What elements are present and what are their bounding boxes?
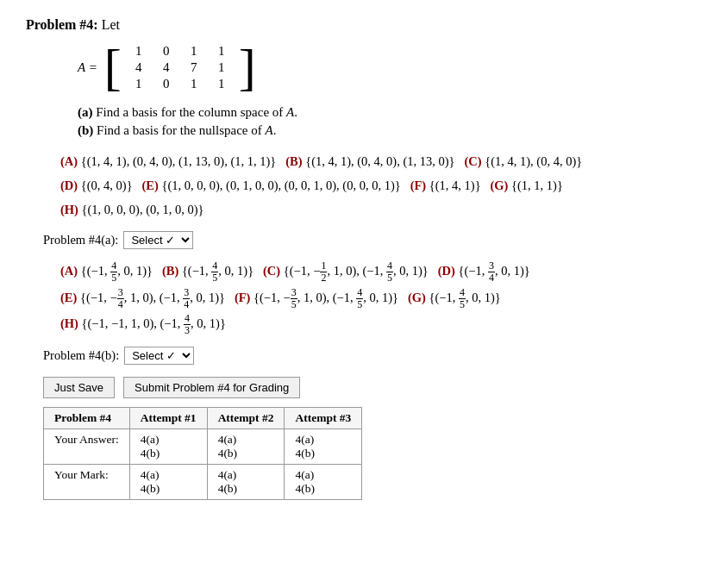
part-b-select-row: Problem #4(b): Select ✓ A B C D E F G H [43,347,700,365]
part-a-instruction: (a) Find a basis for the column space of… [78,105,700,120]
buttons-row: Just Save Submit Problem #4 for Grading [43,377,700,398]
part-a-line1: (A) {(1, 4, 1), (0, 4, 0), (1, 13, 0), (… [60,150,700,172]
your-mark-label: Your Mark: [44,465,130,500]
col-problem: Problem #4 [44,408,130,429]
your-answer-label: Your Answer: [44,429,130,465]
part-a-line3: (H) {(1, 0, 0, 0), (0, 1, 0, 0)} [60,198,700,221]
part-a-select-row: Problem #4(a): Select ✓ A B C D E F G H [43,231,700,249]
parts-section: (a) Find a basis for the column space of… [78,105,700,138]
matrix-container: A = [ 1011 4471 1011 ] [78,41,700,93]
part-b-line3: (H) {(−1, −1, 1, 0), (−1, 43, 0, 1)} [60,312,700,336]
col-attempt3: Attempt #3 [285,408,362,429]
col-attempt1: Attempt #1 [129,408,207,429]
part-a-line2: (D) {(0, 4, 0)} (E) {(1, 0, 0, 0), (0, 1… [60,174,700,197]
matrix-grid: 1011 4471 1011 [122,42,239,93]
just-save-button[interactable]: Just Save [43,377,115,398]
attempts-table: Problem #4 Attempt #1 Attempt #2 Attempt… [43,407,362,500]
part-b-instruction: (b) Find a basis for the nullspace of A. [78,123,700,138]
part-b-line1: (A) {(−1, 45, 0, 1)} (B) {(−1, 45, 0, 1)… [60,260,700,284]
problem-title: Problem #4: Let [26,17,700,33]
table-row: Your Answer: 4(a)4(b) 4(a)4(b) 4(a)4(b) [44,429,362,465]
attempt3-answer: 4(a)4(b) [285,429,362,465]
part-b-label: Problem #4(b): [43,348,119,363]
attempt1-answer: 4(a)4(b) [129,429,207,465]
submit-button[interactable]: Submit Problem #4 for Grading [123,377,300,398]
part-a-label: Problem #4(a): [43,233,118,247]
bracket-right-icon: ] [239,41,256,93]
part-a-choices: (A) {(1, 4, 1), (0, 4, 0), (1, 13, 0), (… [60,150,700,221]
attempt2-mark: 4(a)4(b) [207,465,285,500]
attempt2-answer: 4(a)4(b) [207,429,285,465]
attempt3-mark: 4(a)4(b) [285,465,362,500]
part-b-select[interactable]: Select ✓ A B C D E F G H [124,347,194,365]
table-header-row: Problem #4 Attempt #1 Attempt #2 Attempt… [44,408,362,429]
part-a-select[interactable]: Select ✓ A B C D E F G H [123,231,193,249]
matrix-label: A = [78,60,97,75]
bracket-left-icon: [ [104,41,122,93]
attempt1-mark: 4(a)4(b) [129,465,207,500]
part-b-line2: (E) {(−1, −34, 1, 0), (−1, 34, 0, 1)} (F… [60,286,700,310]
matrix-bracket: [ 1011 4471 1011 ] [104,41,256,93]
col-attempt2: Attempt #2 [207,408,285,429]
table-row: Your Mark: 4(a)4(b) 4(a)4(b) 4(a)4(b) [44,465,362,500]
part-b-choices: (A) {(−1, 45, 0, 1)} (B) {(−1, 45, 0, 1)… [60,260,700,336]
